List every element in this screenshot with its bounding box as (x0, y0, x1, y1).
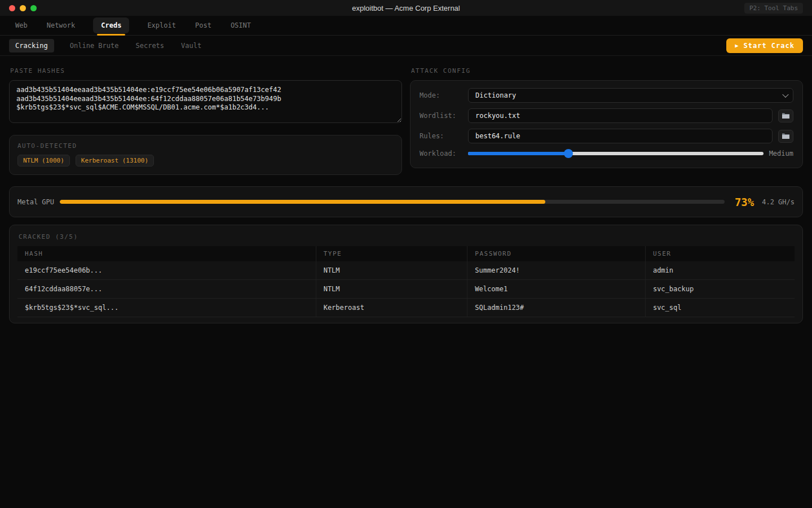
workload-slider[interactable] (468, 149, 764, 158)
detected-badges: NTLM (1000) Kerberoast (13100) (17, 155, 394, 167)
gpu-progress-bar (60, 200, 725, 204)
mode-label: Mode: (420, 91, 468, 99)
folder-icon (782, 112, 790, 119)
hash-input-textarea[interactable]: aad3b435b51404eeaad3b435b51404ee:e19ccf7… (9, 80, 402, 123)
subtab-online-brute[interactable]: Online Brute (69, 39, 120, 52)
traffic-lights (9, 5, 37, 11)
cell-password: SQLadmin123# (467, 299, 646, 317)
badge-kerberoast: Kerberoast (13100) (76, 155, 154, 167)
mode-row: Mode: Dictionary (420, 88, 793, 103)
workload-slider-thumb[interactable] (564, 149, 573, 158)
zoom-window-icon[interactable] (30, 5, 37, 11)
paste-hashes-label: PASTE HASHES (10, 67, 401, 75)
mode-select[interactable]: Dictionary (468, 88, 793, 103)
workload-label: Workload: (420, 150, 468, 157)
rules-browse-button[interactable] (778, 130, 793, 143)
tab-web[interactable]: Web (14, 17, 29, 33)
col-header-type: TYPE (316, 246, 467, 261)
start-crack-button[interactable]: ▶ Start Crack (726, 38, 803, 53)
rules-input[interactable] (468, 129, 773, 143)
cell-hash: e19ccf75ee54e06b... (17, 261, 316, 280)
cell-type: Kerberoast (316, 299, 467, 317)
table-header-row: HASH TYPE PASSWORD USER (17, 246, 795, 261)
subtab-secrets[interactable]: Secrets (135, 39, 166, 52)
tab-post[interactable]: Post (194, 17, 213, 33)
title-bar: exploitbot — Acme Corp External P2: Tool… (0, 0, 812, 16)
workload-row: Workload: Medium (420, 149, 793, 158)
cell-type: NTLM (316, 261, 467, 280)
folder-icon (782, 133, 790, 139)
gpu-status-card: Metal GPU 73% 4.2 GH/s (9, 186, 803, 217)
tab-exploit[interactable]: Exploit (146, 17, 177, 33)
wordlist-label: Wordlist: (420, 112, 468, 120)
start-crack-label: Start Crack (744, 42, 795, 50)
cell-type: NTLM (316, 280, 467, 299)
rules-row: Rules: (420, 129, 793, 143)
auto-detected-label: AUTO-DETECTED (17, 142, 394, 150)
workload-value: Medium (769, 150, 793, 157)
minimize-window-icon[interactable] (20, 5, 26, 11)
col-header-hash: HASH (17, 246, 316, 261)
main-tab-bar: Web Network Creds Exploit Post OSINT (0, 16, 812, 36)
sub-tab-bar: Cracking Online Brute Secrets Vault ▶ St… (0, 36, 812, 56)
table-row[interactable]: 64f12cddaa88057e... NTLM Welcome1 svc_ba… (17, 280, 795, 299)
play-icon: ▶ (735, 42, 739, 49)
window-title: exploitbot — Acme Corp External (0, 4, 812, 12)
cracked-table: HASH TYPE PASSWORD USER e19ccf75ee54e06b… (17, 246, 795, 317)
tab-network[interactable]: Network (46, 17, 77, 33)
subtab-vault[interactable]: Vault (180, 39, 202, 52)
cell-password: Summer2024! (467, 261, 646, 280)
tab-creds[interactable]: Creds (93, 17, 129, 33)
wordlist-browse-button[interactable] (778, 110, 793, 122)
rules-label: Rules: (420, 132, 468, 140)
main-content: PASTE HASHES aad3b435b51404eeaad3b435b51… (0, 56, 812, 175)
table-row[interactable]: e19ccf75ee54e06b... NTLM Summer2024! adm… (17, 261, 795, 280)
cell-hash: $krb5tgs$23$*svc_sql... (17, 299, 316, 317)
cracked-card: CRACKED (3/5) HASH TYPE PASSWORD USER e1… (9, 225, 803, 323)
badge-ntlm: NTLM (1000) (17, 155, 70, 167)
col-header-password: PASSWORD (467, 246, 646, 261)
col-header-user: USER (645, 246, 795, 261)
wordlist-row: Wordlist: (420, 108, 793, 123)
attack-config-card: Mode: Dictionary Wordlist: (410, 80, 803, 168)
cell-hash: 64f12cddaa88057e... (17, 280, 316, 299)
wordlist-input[interactable] (468, 108, 773, 123)
attack-config-label: ATTACK CONFIG (411, 67, 802, 75)
gpu-progress-fill (60, 200, 545, 204)
subtab-cracking[interactable]: Cracking (9, 39, 54, 52)
gpu-percent: 73% (735, 196, 754, 208)
cell-password: Welcome1 (467, 280, 646, 299)
cell-user: svc_sql (645, 299, 795, 317)
mode-select-wrap: Dictionary (468, 88, 793, 103)
phase-badge: P2: Tool Tabs (744, 3, 803, 14)
cell-user: svc_backup (645, 280, 795, 299)
auto-detected-card: AUTO-DETECTED NTLM (1000) Kerberoast (13… (9, 135, 402, 175)
tab-osint[interactable]: OSINT (230, 17, 252, 33)
paste-hashes-panel: PASTE HASHES aad3b435b51404eeaad3b435b51… (9, 63, 402, 175)
workload-slider-fill (468, 152, 568, 155)
close-window-icon[interactable] (9, 5, 15, 11)
table-row[interactable]: $krb5tgs$23$*svc_sql... Kerberoast SQLad… (17, 299, 795, 317)
gpu-label: Metal GPU (17, 198, 54, 206)
gpu-hashrate: 4.2 GH/s (762, 198, 795, 206)
cracked-count-label: CRACKED (3/5) (19, 233, 793, 240)
attack-config-panel: ATTACK CONFIG Mode: Dictionary Wordlist: (410, 63, 803, 175)
cell-user: admin (645, 261, 795, 280)
